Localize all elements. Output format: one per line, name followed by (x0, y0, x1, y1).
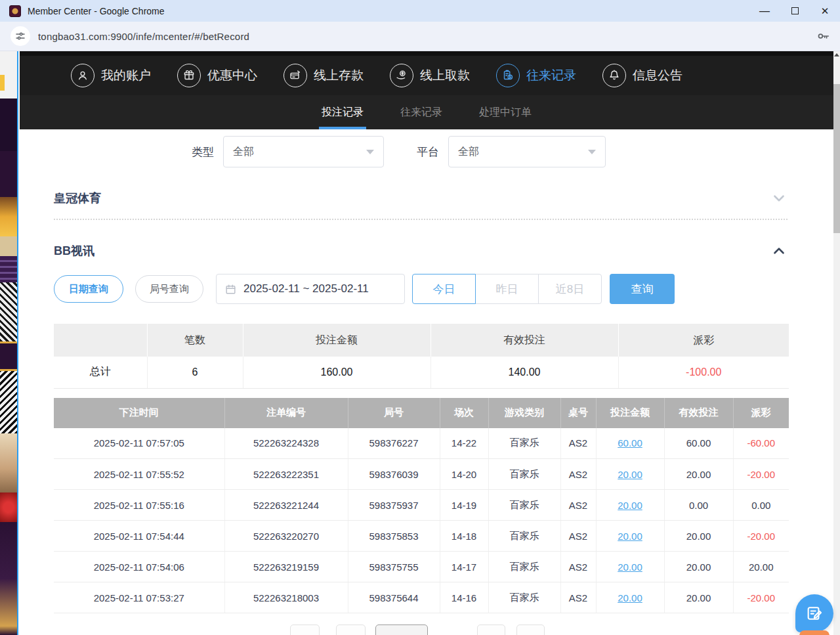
tab-pending-orders[interactable]: 处理中订单 (476, 95, 534, 129)
platform-filter-label: 平台 (417, 144, 439, 160)
withdraw-icon (390, 64, 413, 87)
bet-amount-link[interactable]: 20.00 (618, 592, 642, 603)
deposit-icon (284, 64, 307, 87)
search-button[interactable]: 查询 (610, 274, 675, 304)
site-info-icon[interactable] (10, 26, 30, 46)
bet-amount-link[interactable]: 20.00 (618, 531, 642, 542)
table-row: 2025-02-11 07:55:16 522263221244 5983759… (54, 490, 789, 521)
pagination-button-current[interactable] (375, 624, 428, 635)
cell-session: 14-20 (440, 459, 488, 490)
cell-payout: 0.00 (733, 490, 789, 521)
bet-amount-link[interactable]: 20.00 (618, 469, 642, 480)
pagination-button[interactable] (516, 624, 545, 635)
content-area: 类型 全部 平台 全部 皇冠体育 (20, 129, 833, 635)
summary-header-row: 笔数 投注金额 有效投注 派彩 (54, 324, 789, 357)
cell-game-type: 百家乐 (488, 459, 560, 490)
nav-item-my-account[interactable]: 我的账户 (71, 64, 151, 87)
table-row: 2025-02-11 07:54:06 522263219159 5983757… (54, 552, 789, 582)
cell-table-no: AS2 (560, 428, 596, 459)
bet-amount-link[interactable]: 20.00 (618, 561, 642, 573)
pagination-button[interactable] (336, 624, 366, 635)
section-bb-video[interactable]: BB视讯 (54, 240, 788, 262)
cell-table-no: AS2 (560, 552, 596, 582)
section-crown-sports[interactable]: 皇冠体育 (54, 187, 788, 209)
favicon (9, 5, 21, 17)
col-payout: 派彩 (733, 398, 789, 428)
minimize-button[interactable]: — (749, 0, 780, 22)
pagination-button[interactable] (290, 624, 320, 635)
table-header-row: 下注时间 注单编号 局号 场次 游戏类别 桌号 投注金额 有效投注 派彩 (54, 398, 789, 428)
pagination (54, 624, 788, 635)
bet-amount-link[interactable]: 60.00 (618, 437, 642, 449)
page-top-gap (20, 51, 833, 56)
background-window-peek (0, 75, 5, 91)
cell-order-no: 522263218003 (224, 582, 348, 613)
url-text[interactable]: tongbao31.com:9900/infe/mcenter/#/betRec… (38, 31, 249, 42)
member-center-panel: 我的账户 优惠中心 线上存款 (20, 51, 833, 635)
today-button[interactable]: 今日 (412, 274, 476, 304)
chevron-down-icon[interactable] (770, 190, 788, 207)
tab-bet-record[interactable]: 投注记录 (319, 95, 366, 129)
password-key-icon[interactable] (816, 29, 831, 43)
summary-total-label: 总计 (54, 357, 147, 388)
summary-count: 6 (147, 357, 243, 388)
maximize-button[interactable] (780, 0, 810, 22)
nav-item-announcements[interactable]: 信息公告 (602, 64, 682, 87)
page-scrollbar[interactable] (833, 51, 840, 635)
cell-payout: 20.00 (733, 552, 789, 582)
summary-payout: -100.00 (618, 357, 789, 388)
browser-urlbar: tongbao31.com:9900/infe/mcenter/#/betRec… (0, 22, 840, 51)
type-select[interactable]: 全部 (223, 136, 384, 167)
cell-valid-bet: 20.00 (664, 521, 733, 552)
col-table-no: 桌号 (560, 398, 596, 428)
section-title: 皇冠体育 (54, 190, 101, 206)
cell-table-no: AS2 (560, 490, 596, 521)
nav-item-records[interactable]: 往来记录 (496, 64, 576, 87)
summary-total-row: 总计 6 160.00 140.00 -100.00 (54, 357, 789, 388)
user-icon (71, 64, 94, 87)
last-8-days-button[interactable]: 近8日 (538, 274, 602, 304)
background-site-strip (0, 51, 18, 635)
round-query-button[interactable]: 局号查询 (135, 275, 203, 303)
edit-note-icon (805, 604, 824, 623)
summary-header-cell: 派彩 (618, 324, 789, 357)
nav-item-withdraw[interactable]: 线上取款 (390, 64, 470, 87)
pagination-button[interactable] (477, 624, 505, 635)
summary-header-cell: 投注金额 (243, 324, 430, 357)
col-game-type: 游戏类别 (488, 398, 560, 428)
cell-order-no: 522263220270 (224, 521, 348, 552)
cell-payout: -20.00 (733, 459, 789, 490)
col-round-no: 局号 (348, 398, 440, 428)
tab-transaction-record[interactable]: 往来记录 (398, 95, 445, 129)
nav-item-deposit[interactable]: 线上存款 (284, 64, 364, 87)
feedback-edit-fab[interactable] (795, 594, 833, 632)
type-select-value: 全部 (233, 145, 254, 159)
cell-game-type: 百家乐 (488, 428, 560, 459)
gift-icon (177, 64, 201, 87)
cell-order-no: 522263224328 (224, 428, 348, 459)
close-button[interactable]: ✕ (810, 0, 840, 22)
nav-item-promotions[interactable]: 优惠中心 (177, 64, 257, 87)
cell-round-no: 598375644 (348, 582, 440, 613)
date-range-input[interactable]: 2025-02-11 ~ 2025-02-11 (216, 274, 405, 304)
page: 我的账户 优惠中心 线上存款 (0, 51, 840, 635)
cell-game-type: 百家乐 (488, 490, 560, 521)
cell-session: 14-22 (440, 428, 488, 459)
scrollbar-thumb[interactable] (833, 84, 840, 233)
cell-bet-time: 2025-02-11 07:53:27 (54, 582, 224, 613)
date-query-button[interactable]: 日期查询 (54, 275, 123, 303)
secondary-fab[interactable] (799, 630, 830, 635)
table-row: 2025-02-11 07:54:44 522263220270 5983758… (54, 521, 789, 552)
scroll-up-arrow-icon[interactable] (834, 53, 839, 56)
yesterday-button[interactable]: 昨日 (475, 274, 539, 304)
cell-round-no: 598375937 (348, 490, 440, 521)
table-row: 2025-02-11 07:55:52 522263222351 5983760… (54, 459, 789, 490)
main-navbar: 我的账户 优惠中心 线上存款 (20, 56, 833, 95)
platform-select[interactable]: 全部 (448, 136, 606, 167)
summary-header-cell: 笔数 (147, 324, 243, 357)
chevron-up-icon[interactable] (770, 242, 788, 259)
bet-amount-link[interactable]: 20.00 (618, 500, 642, 511)
section-title: BB视讯 (54, 243, 94, 259)
cell-table-no: AS2 (560, 521, 596, 552)
cell-bet-time: 2025-02-11 07:55:52 (54, 459, 224, 490)
